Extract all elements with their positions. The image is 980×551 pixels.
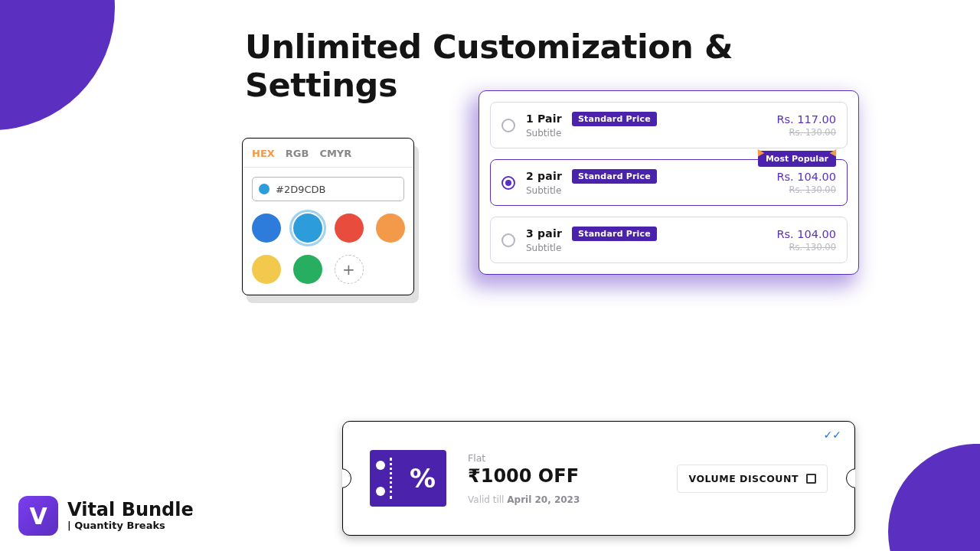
brand-logo: V (18, 496, 58, 536)
coupon-type-label: Flat (468, 452, 621, 464)
coupon-icon: % (370, 450, 446, 507)
color-format-tabs: HEX RGB CMYR (252, 148, 404, 159)
swatch-yellow[interactable] (252, 255, 281, 284)
tab-cmyr[interactable]: CMYR (319, 148, 351, 159)
coupon-card: ✓✓ % Flat ₹1000 OFF Valid till April 20,… (342, 421, 855, 536)
copy-icon (806, 474, 816, 484)
color-picker-card: HEX RGB CMYR #2D9CDB + (242, 138, 414, 295)
price-type-badge: Standard Price (572, 227, 657, 241)
percent-icon: % (410, 463, 436, 494)
coupon-code-label: VOLUME DISCOUNT (688, 473, 799, 484)
bundle-price: Rs. 117.00 (776, 113, 836, 126)
color-swatches: + (252, 214, 404, 284)
bundle-subtitle: Subtitle (526, 185, 776, 196)
coupon-validity: Valid till April 20, 2023 (468, 494, 621, 505)
radio-icon[interactable] (501, 119, 515, 132)
brand-tagline: | Quantity Breaks (67, 520, 194, 531)
swatch-blue-dark[interactable] (252, 214, 281, 243)
bundle-title: 2 pair (526, 170, 562, 182)
bundle-title: 1 Pair (526, 112, 562, 125)
bundle-subtitle: Subtitle (526, 128, 776, 139)
hex-value: #2D9CDB (276, 184, 325, 195)
swatch-add-button[interactable]: + (335, 255, 364, 284)
bundle-original-price: Rs. 130.00 (776, 127, 836, 138)
most-popular-badge: Most Popular (758, 151, 836, 167)
tab-rgb[interactable]: RGB (286, 148, 309, 159)
bundle-original-price: Rs. 130.00 (776, 242, 836, 253)
bundle-subtitle: Subtitle (526, 243, 776, 253)
brand-mark: V Vital Bundle | Quantity Breaks (18, 496, 194, 536)
bundle-option-3[interactable]: 3 pair Standard Price Subtitle Rs. 104.0… (490, 217, 848, 263)
swatch-blue-light[interactable] (293, 214, 322, 243)
brand-name: Vital Bundle (67, 500, 194, 519)
swatch-orange[interactable] (376, 214, 405, 243)
plus-icon: + (342, 260, 355, 279)
tab-hex[interactable]: HEX (252, 148, 275, 159)
swatch-red[interactable] (335, 214, 364, 243)
swatch-green[interactable] (293, 255, 322, 284)
hex-preview-dot (259, 184, 270, 194)
bundle-original-price: Rs. 130.00 (776, 184, 836, 195)
hex-input[interactable]: #2D9CDB (252, 177, 404, 201)
bundle-price: Rs. 104.00 (776, 171, 836, 183)
price-type-badge: Standard Price (572, 112, 657, 126)
coupon-code-button[interactable]: VOLUME DISCOUNT (677, 465, 828, 493)
bundle-price: Rs. 104.00 (776, 228, 836, 240)
bundle-option-1[interactable]: 1 Pair Standard Price Subtitle Rs. 117.0… (490, 102, 848, 148)
quantity-breaks-card: 1 Pair Standard Price Subtitle Rs. 117.0… (479, 90, 859, 275)
coupon-amount: ₹1000 OFF (468, 465, 621, 487)
price-type-badge: Standard Price (572, 169, 657, 184)
bundle-title: 3 pair (526, 227, 562, 240)
radio-icon[interactable] (501, 176, 515, 190)
radio-icon[interactable] (501, 233, 515, 247)
bundle-option-2[interactable]: Most Popular 2 pair Standard Price Subti… (490, 159, 848, 206)
